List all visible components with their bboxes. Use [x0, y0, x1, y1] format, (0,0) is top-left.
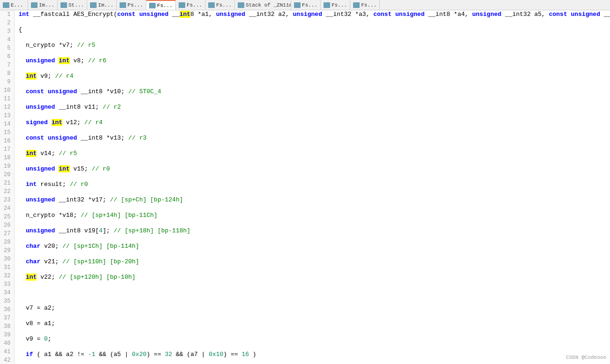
line-numbers: 12345 678910 1112131415 1617181920 21222… [0, 10, 15, 364]
tab-1[interactable]: E... [0, 0, 28, 10]
tab-7[interactable]: Fs... [176, 0, 205, 10]
tab-8[interactable]: Fs... [205, 0, 235, 10]
tab-6[interactable]: Fs... [146, 0, 176, 10]
code-editor[interactable]: int __fastcall AES_Encrypt(const unsigne… [15, 10, 610, 364]
tab-11[interactable]: Fs... [350, 0, 380, 10]
tab-bar: E... Im... St... Im... Ps... Fs... Fs...… [0, 0, 610, 10]
watermark: CSDN @Codeooo [566, 355, 606, 360]
tab-5[interactable]: Ps... [117, 0, 146, 10]
tab-3[interactable]: St... [58, 0, 87, 10]
tab-10[interactable]: Fs... [321, 0, 350, 10]
tab-stack[interactable]: Stack of _ZN11encryptwall... [235, 0, 291, 10]
code-container: 12345 678910 1112131415 1617181920 21222… [0, 10, 610, 364]
tab-9[interactable]: Fs... [291, 0, 321, 10]
tab-2[interactable]: Im... [28, 0, 58, 10]
tab-4[interactable]: Im... [87, 0, 117, 10]
